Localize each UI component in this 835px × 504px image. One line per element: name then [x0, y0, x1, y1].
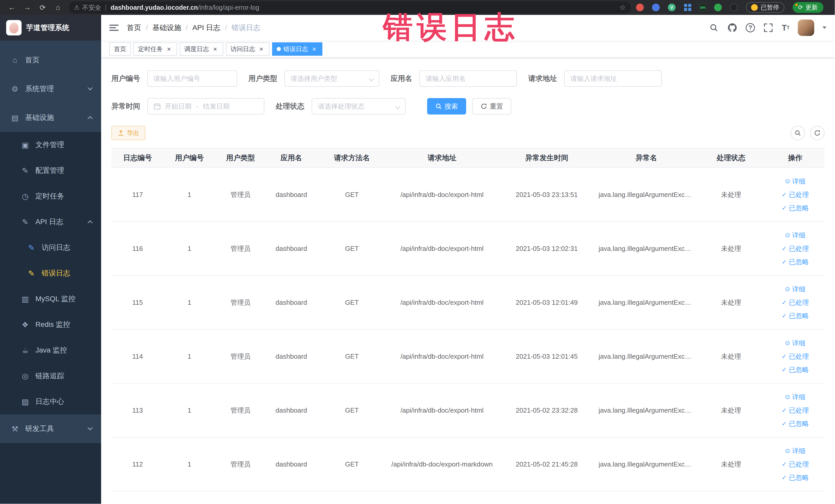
process-status-select[interactable]: 请选择处理状态	[312, 98, 406, 115]
devtools-icon: ⚒	[10, 424, 20, 434]
sidebar-item-devtools[interactable]: ⚒研发工具	[0, 415, 101, 443]
help-icon[interactable]: ?	[746, 23, 755, 32]
extension-on-icon[interactable]: on	[700, 4, 706, 11]
sidebar-item-access-log[interactable]: ✎访问日志	[0, 235, 101, 260]
export-button[interactable]: 导出	[111, 126, 145, 140]
exception-time-range-picker[interactable]: 开始日期 - 结束日期	[147, 98, 264, 115]
action-processed-link[interactable]: ✓已处理	[768, 404, 822, 417]
tags-view-tab-1[interactable]: 定时任务×	[134, 42, 177, 56]
github-icon[interactable]	[727, 23, 737, 33]
action-detail-link[interactable]: ⊙详细	[768, 336, 822, 350]
sidebar-item-home[interactable]: ⌂首页	[0, 46, 101, 75]
sidebar-item-file[interactable]: ▣文件管理	[0, 132, 101, 158]
sidebar-item-infra[interactable]: ▤基础设施	[0, 103, 101, 132]
tags-view-tab-0[interactable]: 首页	[109, 42, 131, 56]
cell-user-id: 1	[164, 276, 215, 329]
browser-menu-icon[interactable]: ⋮	[833, 3, 835, 12]
hamburger-icon[interactable]	[109, 25, 119, 31]
bookmark-star-icon[interactable]: ☆	[619, 3, 626, 12]
reset-button[interactable]: 重置	[472, 98, 511, 115]
action-detail-link[interactable]: ⊙详细	[768, 444, 822, 458]
extension-icon-red[interactable]	[636, 4, 644, 11]
avatar[interactable]	[798, 20, 814, 36]
action-detail-link[interactable]: ⊙详细	[768, 175, 822, 188]
action-ignored-link[interactable]: ✓已忽略	[768, 417, 822, 430]
table-row: 1121管理员dashboardGET/api/infra/db-doc/exp…	[111, 437, 824, 491]
action-detail-link[interactable]: ⊙详细	[768, 390, 822, 404]
action-ignored-link[interactable]: ✓已忽略	[768, 255, 822, 268]
breadcrumb-item[interactable]: API 日志	[192, 23, 221, 33]
sidebar-item-trace[interactable]: ◎链路追踪	[0, 363, 101, 389]
close-icon[interactable]: ×	[311, 45, 318, 53]
close-icon[interactable]: ×	[165, 45, 172, 53]
sidebar-item-log-center[interactable]: ▨日志中心	[0, 389, 101, 415]
action-processed-link[interactable]: ✓已处理	[768, 458, 822, 471]
request-url-placeholder: 请输入请求地址	[570, 74, 617, 83]
close-icon[interactable]: ×	[258, 45, 265, 53]
action-ignored-link[interactable]: ✓已忽略	[768, 309, 822, 322]
file-icon: ▣	[21, 140, 30, 149]
breadcrumb-separator: /	[186, 24, 188, 32]
cell-user-id: 1	[164, 168, 215, 222]
update-refresh-icon: ⟳	[798, 4, 803, 11]
vue-devtools-icon[interactable]: V	[668, 4, 676, 11]
forward-icon[interactable]: →	[20, 3, 35, 12]
action-detail-link[interactable]: ⊙详细	[768, 228, 822, 242]
request-url-input[interactable]: 请输入请求地址	[564, 70, 662, 87]
action-processed-link[interactable]: ✓已处理	[768, 242, 822, 255]
breadcrumb-item[interactable]: 首页	[127, 23, 141, 33]
sidebar-item-system[interactable]: ⚙系统管理	[0, 75, 101, 103]
cell-url: /api/infra/db-doc/export-html	[387, 276, 497, 329]
extension-grid-icon[interactable]	[684, 4, 692, 11]
close-icon[interactable]: ×	[211, 45, 219, 53]
extension-icon-green[interactable]	[714, 4, 722, 11]
app-name-input[interactable]: 请输入应用名	[420, 70, 517, 87]
fullscreen-icon[interactable]	[763, 23, 773, 33]
sidebar-item-job[interactable]: ◷定时任务	[0, 183, 101, 209]
sidebar-item-config[interactable]: ✎配置管理	[0, 158, 101, 183]
action-ignored-link[interactable]: ✓已忽略	[768, 471, 822, 484]
sidebar-item-mysql[interactable]: ▥MySQL 监控	[0, 286, 101, 312]
action-ignored-link[interactable]: ✓已忽略	[768, 363, 822, 377]
app-logo[interactable]: 芋道管理系统	[0, 15, 101, 41]
update-button[interactable]: ⟳ 更新	[793, 2, 823, 13]
check-icon: ✓	[781, 309, 787, 322]
browser-home-icon[interactable]: ⌂	[50, 3, 66, 12]
tags-view-tab-3[interactable]: 访问日志×	[226, 42, 269, 56]
refresh-table-button[interactable]	[810, 126, 824, 140]
check-icon: ✓	[781, 296, 787, 309]
tags-view-tab-4[interactable]: 错误日志×	[272, 42, 322, 56]
user-type-select[interactable]: 请选择用户类型	[284, 70, 380, 87]
tags-view-tab-2[interactable]: 调度日志×	[180, 42, 223, 56]
extension-icon-blue[interactable]	[652, 4, 660, 11]
action-processed-link[interactable]: ✓已处理	[768, 296, 822, 309]
breadcrumb-item[interactable]: 基础设施	[152, 23, 181, 33]
sidebar-item-api-log[interactable]: ✎API 日志	[0, 209, 101, 235]
address-bar[interactable]: ⚠ 不安全 dashboard.yudao.iocoder.cn/infra/l…	[69, 2, 631, 13]
sidebar-item-error-log[interactable]: ✎错误日志	[0, 260, 101, 286]
refresh-icon	[814, 130, 821, 136]
user-id-input[interactable]: 请输入用户编号	[147, 70, 237, 87]
column-header: 日志编号	[111, 148, 164, 168]
action-label: 已忽略	[789, 471, 809, 484]
reload-icon[interactable]: ⟳	[35, 3, 50, 12]
search-button[interactable]: 搜索	[427, 98, 466, 115]
chevron-down-icon[interactable]	[822, 26, 827, 29]
sidebar-item-java[interactable]: ☕Java 监控	[0, 337, 101, 363]
font-size-icon[interactable]: TT	[781, 23, 790, 33]
cell-url: /api/infra/db-doc/export-markdown	[387, 437, 497, 491]
cell-app: dashboard	[266, 383, 317, 437]
cell-exception: java.lang.IllegalArgumentException	[596, 437, 696, 491]
url-path: /infra/log/api-error-log	[198, 4, 259, 11]
action-detail-link[interactable]: ⊙详细	[768, 282, 822, 296]
search-icon[interactable]	[709, 23, 719, 33]
extension-icon-paw[interactable]	[730, 4, 738, 11]
action-ignored-link[interactable]: ✓已忽略	[768, 201, 822, 215]
toggle-search-button[interactable]	[791, 126, 805, 140]
paused-extension-badge[interactable]: 已暂停	[746, 2, 785, 13]
action-processed-link[interactable]: ✓已处理	[768, 188, 822, 201]
action-processed-link[interactable]: ✓已处理	[768, 350, 822, 363]
sidebar-item-redis[interactable]: ❖Redis 监控	[0, 312, 101, 337]
cell-time: 2021-05-03 12:02:31	[497, 222, 596, 276]
back-icon[interactable]: ←	[4, 3, 20, 12]
